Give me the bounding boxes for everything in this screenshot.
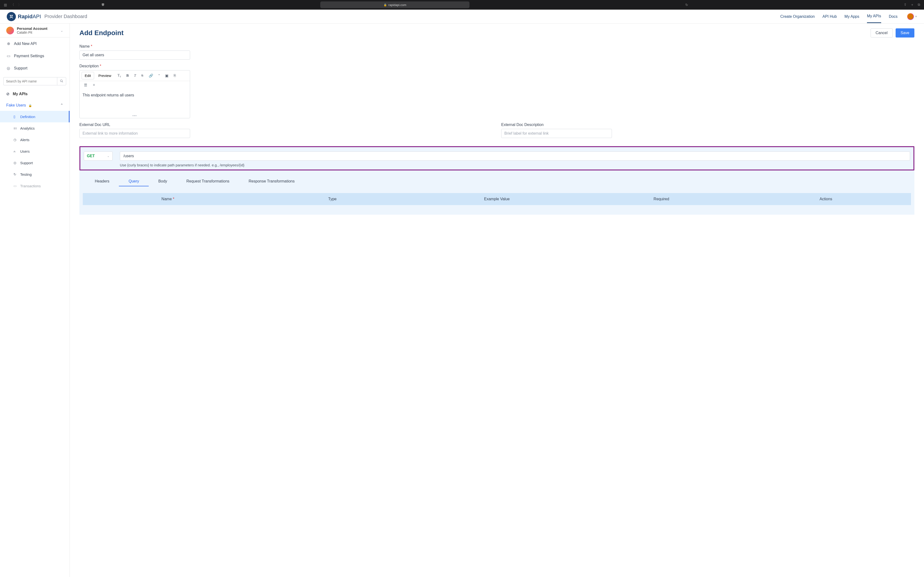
col-required: Required bbox=[579, 197, 744, 201]
col-name: Name * bbox=[86, 197, 250, 201]
editor-body[interactable]: This endpoint returns all users bbox=[80, 90, 190, 114]
logo-icon bbox=[7, 12, 16, 21]
sidebar-my-apis-header: ⊘ My APIs bbox=[0, 88, 69, 100]
col-actions: Actions bbox=[743, 197, 908, 201]
ext-desc-input[interactable] bbox=[501, 129, 612, 138]
path-input[interactable] bbox=[120, 152, 910, 161]
sidebar-sub-support[interactable]: ◎ Support bbox=[0, 157, 69, 169]
editor-resize-handle[interactable]: ••• bbox=[80, 114, 190, 118]
params-table-header: Name * Type Example Value Required Actio… bbox=[83, 193, 911, 205]
sidebar-support[interactable]: ◎ Support bbox=[0, 62, 69, 74]
save-button[interactable]: Save bbox=[896, 28, 914, 37]
main-content: Add Endpoint Cancel Save Name * Descript… bbox=[70, 24, 924, 577]
search-input[interactable] bbox=[3, 77, 57, 85]
tab-body[interactable]: Body bbox=[149, 177, 177, 186]
nav-my-apis[interactable]: My APIs bbox=[867, 14, 881, 23]
sidebar-api-fake-users[interactable]: Fake Users 🔒 ⌃ bbox=[0, 100, 69, 111]
editor-preview-tab[interactable]: Preview bbox=[95, 72, 114, 79]
account-avatar bbox=[6, 27, 14, 34]
forward-icon[interactable]: 〉 bbox=[18, 3, 21, 7]
tabs-icon[interactable]: ⧉ bbox=[918, 3, 920, 7]
sidebar-sub-analytics[interactable]: ⫾⫾ Analytics bbox=[0, 122, 69, 134]
description-label: Description * bbox=[79, 64, 914, 68]
back-icon[interactable]: 〈 bbox=[11, 3, 14, 7]
params-section: Headers Query Body Request Transformatio… bbox=[79, 171, 914, 215]
svg-point-1 bbox=[10, 15, 11, 15]
account-title: Personal Account bbox=[17, 26, 47, 31]
url-text: rapidapi.com bbox=[388, 3, 406, 7]
check-circle-icon: ⊘ bbox=[6, 92, 10, 96]
code-icon[interactable]: ⎘ bbox=[172, 73, 178, 79]
browser-chrome: ▥ 〈 〉 ⛊ 🔒 rapidapi.com ↻ ⇧ ＋ ⧉ bbox=[0, 0, 924, 10]
file-icon: ▯ bbox=[13, 115, 17, 119]
search-button[interactable] bbox=[57, 77, 66, 85]
nav-my-apps[interactable]: My Apps bbox=[845, 15, 859, 23]
chevron-down-icon: ▼ bbox=[915, 15, 917, 18]
plus-circle-icon: ⊕ bbox=[6, 41, 11, 46]
svg-point-2 bbox=[12, 15, 13, 15]
header-nav: Create Organization API Hub My Apps My A… bbox=[780, 13, 917, 20]
logo[interactable]: RapidAPI bbox=[7, 12, 41, 21]
shield-icon[interactable]: ⛊ bbox=[101, 3, 105, 7]
path-hint: Use {curly braces} to indicate path para… bbox=[120, 163, 910, 167]
chevron-up-icon: ⌃ bbox=[60, 103, 63, 108]
compass-icon: ◎ bbox=[6, 66, 11, 71]
sidebar-sub-alerts[interactable]: ◷ Alerts bbox=[0, 134, 69, 145]
chevron-down-icon: ⌄ bbox=[107, 154, 110, 158]
chevron-down-icon: ⌄ bbox=[60, 29, 63, 32]
col-example: Example Value bbox=[415, 197, 579, 201]
image-icon[interactable]: ▣ bbox=[163, 73, 170, 79]
strike-icon[interactable]: S bbox=[139, 73, 145, 79]
quote-icon[interactable]: '' bbox=[157, 73, 162, 79]
tab-query[interactable]: Query bbox=[119, 177, 149, 186]
editor-edit-tab[interactable]: Edit bbox=[82, 72, 94, 79]
sidebar-sub-testing[interactable]: ↻ Testing bbox=[0, 169, 69, 180]
italic-icon[interactable]: T bbox=[132, 73, 138, 79]
page-title: Add Endpoint bbox=[79, 29, 124, 37]
bold-icon[interactable]: B bbox=[124, 73, 131, 79]
reload-icon[interactable]: ↻ bbox=[685, 3, 688, 7]
method-select[interactable]: GET ⌄ bbox=[84, 152, 113, 161]
tab-response-transformations[interactable]: Response Transformations bbox=[239, 177, 304, 186]
new-tab-icon[interactable]: ＋ bbox=[911, 3, 914, 7]
refresh-icon: ↻ bbox=[13, 172, 17, 176]
nav-docs[interactable]: Docs bbox=[889, 15, 898, 23]
account-selector[interactable]: Personal Account Catalin Pit ⌄ bbox=[0, 24, 69, 37]
nav-api-hub[interactable]: API Hub bbox=[822, 15, 837, 23]
svg-point-3 bbox=[60, 80, 62, 82]
card-icon: ▭ bbox=[6, 53, 11, 58]
description-editor: Edit Preview TT B T S 🔗 '' ▣ ⎘ ☰ ≡ This … bbox=[79, 70, 190, 118]
link-icon[interactable]: 🔗 bbox=[147, 73, 155, 79]
heading-icon[interactable]: TT bbox=[115, 73, 123, 79]
method-path-highlight: GET ⌄ Use {curly braces} to indicate pat… bbox=[79, 146, 914, 171]
sidebar-sub-definition[interactable]: ▯ Definition bbox=[0, 111, 69, 122]
nav-create-org[interactable]: Create Organization bbox=[780, 15, 815, 23]
ext-url-input[interactable] bbox=[79, 129, 190, 138]
sidebar-payment[interactable]: ▭ Payment Settings bbox=[0, 50, 69, 62]
app-header: RapidAPI Provider Dashboard Create Organ… bbox=[0, 10, 924, 24]
cancel-button[interactable]: Cancel bbox=[871, 28, 893, 37]
share-icon[interactable]: ⇧ bbox=[904, 3, 907, 7]
compass-icon: ◎ bbox=[13, 161, 17, 165]
user-icon: ⍝ bbox=[13, 149, 17, 153]
brand-text: RapidAPI bbox=[18, 13, 41, 20]
name-input[interactable] bbox=[79, 50, 190, 60]
lock-icon: 🔒 bbox=[384, 3, 387, 6]
sidebar-toggle-icon[interactable]: ▥ bbox=[4, 3, 7, 7]
sidebar-sub-users[interactable]: ⍝ Users bbox=[0, 145, 69, 157]
avatar bbox=[907, 13, 914, 20]
ordered-list-icon[interactable]: ≡ bbox=[91, 82, 97, 88]
svg-line-4 bbox=[62, 81, 63, 82]
tab-headers[interactable]: Headers bbox=[85, 177, 119, 186]
address-bar[interactable]: 🔒 rapidapi.com bbox=[320, 2, 470, 8]
col-type: Type bbox=[250, 197, 415, 201]
sidebar-add-api[interactable]: ⊕ Add New API bbox=[0, 37, 69, 50]
user-menu[interactable]: ▼ bbox=[907, 13, 917, 20]
bullet-list-icon[interactable]: ☰ bbox=[82, 82, 89, 88]
ext-desc-label: External Doc Description bbox=[501, 122, 914, 127]
sidebar: Personal Account Catalin Pit ⌄ ⊕ Add New… bbox=[0, 24, 70, 577]
sidebar-sub-transactions[interactable]: ▭ Transactions bbox=[0, 180, 69, 192]
account-name: Catalin Pit bbox=[17, 31, 47, 34]
tab-request-transformations[interactable]: Request Transformations bbox=[177, 177, 239, 186]
box-icon: ▭ bbox=[13, 184, 17, 188]
